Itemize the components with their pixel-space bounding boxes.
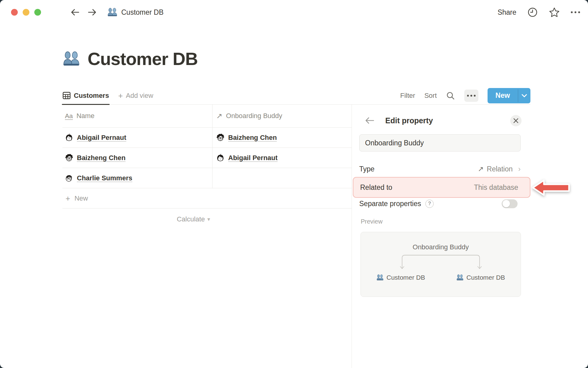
forward-arrow-icon[interactable] bbox=[88, 8, 97, 17]
database-name: Customer DB bbox=[466, 274, 505, 281]
new-row-label: New bbox=[74, 194, 88, 202]
preview-relation-title: Onboarding Buddy bbox=[361, 243, 521, 251]
name-cell[interactable]: Baizheng Chen bbox=[62, 148, 213, 168]
separate-properties-label: Separate properties bbox=[359, 200, 421, 208]
new-row-button[interactable]: + New bbox=[62, 188, 352, 209]
help-icon[interactable]: ? bbox=[425, 200, 434, 208]
page-link[interactable]: Abigail Pernaut bbox=[77, 134, 126, 142]
preview-right-database: Customer DB bbox=[441, 274, 521, 281]
avatar-charlie bbox=[65, 174, 73, 182]
related-to-value: This database bbox=[474, 183, 518, 192]
avatar-abigail bbox=[216, 154, 224, 162]
people-db-icon bbox=[107, 7, 118, 17]
page-title: Customer DB bbox=[88, 48, 198, 69]
database-name: Customer DB bbox=[386, 274, 425, 281]
preview-label: Preview bbox=[361, 218, 383, 225]
column-header-label: Name bbox=[77, 112, 95, 120]
add-view-label: Add view bbox=[126, 92, 153, 100]
relation-arrows-diagram bbox=[361, 253, 521, 271]
panel-header: Edit property bbox=[365, 114, 521, 127]
people-db-icon bbox=[376, 274, 384, 281]
relation-preview-card: Onboarding Buddy Customer DB Customer DB bbox=[360, 232, 521, 297]
chevron-right-icon: › bbox=[518, 165, 521, 173]
sidebar-menu-icon[interactable] bbox=[53, 9, 62, 16]
table-row: Abigail Pernaut Baizheng Chen bbox=[62, 128, 352, 148]
back-arrow-icon[interactable] bbox=[70, 8, 80, 17]
separate-properties-toggle[interactable] bbox=[502, 199, 518, 208]
relation-arrow-icon: ↗ bbox=[478, 165, 484, 173]
related-to-label: Related to bbox=[360, 183, 392, 192]
sort-button[interactable]: Sort bbox=[424, 92, 437, 100]
buddy-cell[interactable]: Abigail Pernaut bbox=[213, 148, 352, 168]
type-label: Type bbox=[359, 165, 375, 173]
people-db-icon bbox=[456, 274, 464, 281]
back-arrow-icon[interactable] bbox=[365, 117, 374, 124]
database-view-bar: Customers + Add view Filter Sort New bbox=[62, 87, 530, 105]
tab-customers[interactable]: Customers bbox=[62, 87, 109, 104]
breadcrumb-title[interactable]: Customer DB bbox=[121, 8, 164, 17]
relation-link[interactable]: Abigail Pernaut bbox=[228, 154, 277, 162]
zoom-window-button[interactable] bbox=[34, 9, 41, 16]
callout-arrow-icon bbox=[532, 179, 570, 196]
preview-left-database: Customer DB bbox=[361, 274, 441, 281]
share-button[interactable]: Share bbox=[498, 8, 516, 17]
table-row: Charlie Summers bbox=[62, 168, 352, 188]
favorite-star-icon[interactable] bbox=[549, 7, 560, 17]
text-property-icon: Aa bbox=[65, 112, 73, 120]
avatar-baizheng bbox=[65, 154, 73, 162]
buddy-cell-empty[interactable] bbox=[213, 168, 352, 188]
type-value: Relation bbox=[487, 165, 513, 173]
page-link[interactable]: Charlie Summers bbox=[77, 174, 132, 182]
plus-icon: + bbox=[118, 92, 123, 99]
type-row[interactable]: Type ↗ Relation › bbox=[359, 162, 521, 176]
calculate-button[interactable]: Calculate ▾ bbox=[62, 215, 210, 223]
table-footer: Calculate ▾ bbox=[62, 209, 352, 230]
notion-window: Customer DB Share Customer DB Customers … bbox=[0, 0, 588, 368]
window-titlebar: Customer DB Share bbox=[0, 0, 588, 25]
buddy-cell[interactable]: Baizheng Chen bbox=[213, 128, 352, 148]
panel-title: Edit property bbox=[385, 116, 433, 125]
property-name-input[interactable] bbox=[359, 134, 521, 151]
add-view-button[interactable]: + Add view bbox=[118, 92, 153, 100]
related-to-row-highlighted[interactable]: Related to This database bbox=[353, 177, 530, 198]
new-button-label[interactable]: New bbox=[488, 88, 518, 103]
traffic-lights bbox=[11, 9, 41, 16]
table-row: Baizheng Chen Abigail Pernaut bbox=[62, 148, 352, 168]
name-cell[interactable]: Charlie Summers bbox=[62, 168, 213, 188]
avatar-abigail bbox=[65, 133, 73, 142]
column-header-name[interactable]: Aa Name bbox=[62, 105, 213, 127]
edit-property-panel: Edit property Type ↗ Relation › Related … bbox=[352, 105, 588, 368]
table-header-row: Aa Name ↗ Onboarding Buddy bbox=[62, 105, 352, 128]
tab-label: Customers bbox=[74, 92, 109, 100]
avatar-baizheng bbox=[216, 133, 224, 142]
page-header: Customer DB bbox=[62, 48, 198, 69]
relation-link[interactable]: Baizheng Chen bbox=[228, 134, 277, 142]
table-view-icon bbox=[62, 91, 71, 100]
new-record-button[interactable]: New bbox=[488, 88, 530, 103]
filter-button[interactable]: Filter bbox=[400, 92, 415, 100]
database-table: Aa Name ↗ Onboarding Buddy Abigail Perna… bbox=[62, 105, 352, 230]
chevron-down-icon: ▾ bbox=[207, 216, 210, 223]
plus-icon: + bbox=[66, 195, 70, 202]
column-header-label: Onboarding Buddy bbox=[226, 112, 282, 120]
column-header-buddy[interactable]: ↗ Onboarding Buddy bbox=[213, 105, 352, 127]
separate-properties-row[interactable]: Separate properties ? bbox=[359, 197, 521, 211]
close-window-button[interactable] bbox=[11, 9, 18, 16]
page-link[interactable]: Baizheng Chen bbox=[77, 154, 126, 162]
more-options-icon[interactable] bbox=[571, 11, 580, 13]
close-icon[interactable] bbox=[510, 115, 522, 126]
relation-property-icon: ↗ bbox=[216, 112, 222, 120]
updates-clock-icon[interactable] bbox=[527, 7, 538, 17]
view-options-icon[interactable] bbox=[464, 90, 478, 102]
name-cell[interactable]: Abigail Pernaut bbox=[62, 128, 213, 148]
calculate-label: Calculate bbox=[177, 215, 205, 223]
search-icon[interactable] bbox=[446, 91, 455, 100]
toggle-knob bbox=[503, 200, 510, 207]
minimize-window-button[interactable] bbox=[23, 9, 29, 16]
people-db-icon bbox=[62, 50, 80, 68]
new-dropdown-chevron-icon[interactable] bbox=[518, 88, 530, 103]
